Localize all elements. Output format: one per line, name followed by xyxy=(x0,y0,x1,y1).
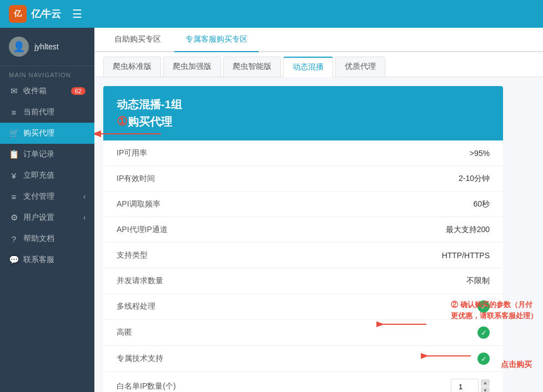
help-icon: ? xyxy=(9,234,19,244)
logo-text: 亿牛云 xyxy=(31,7,61,21)
spec-row-multithread: 多线程处理 ✓ xyxy=(103,294,503,320)
tab-self-service[interactable]: 自助购买专区 xyxy=(103,28,172,52)
content-area: 自助购买专区 专属客服购买专区 爬虫标准版 爬虫加强版 爬虫智能版 动态混播 优… xyxy=(94,28,543,392)
spec-label-tech-support: 专属技术支持 xyxy=(117,354,205,364)
secondary-tabs: 爬虫标准版 爬虫加强版 爬虫智能版 动态混播 优质代理 xyxy=(94,52,543,77)
orders-icon: 📋 xyxy=(9,149,19,159)
spec-value-anonymous: ✓ xyxy=(205,326,490,339)
spec-row-api-freq: API调取频率 60秒 xyxy=(103,192,503,217)
sidebar-item-help[interactable]: ? 帮助文档 xyxy=(0,228,94,249)
sidebar-item-orders[interactable]: 📋 订单记录 xyxy=(0,144,94,165)
annotation-click-buy: 点击购买 xyxy=(501,360,532,370)
sidebar-item-contact-label: 联系客服 xyxy=(23,255,54,265)
contact-icon: 💬 xyxy=(9,255,19,265)
spec-row-whitelist-ip: 白名单IP数量(个) ▲ ▼ xyxy=(103,372,503,392)
spec-label-protocol: 支持类型 xyxy=(117,250,205,260)
user-settings-icon: ⚙ xyxy=(9,213,19,223)
spec-label-multithread: 多线程处理 xyxy=(117,301,205,311)
spec-value-multithread: ✓ xyxy=(205,300,490,313)
annotation-step2: ② 确认购买的参数（月付更优惠，请联系客服处理） xyxy=(451,299,537,321)
product-title: 动态混播-1组 xyxy=(117,97,490,112)
spec-value-tech-support: ✓ xyxy=(205,353,490,365)
buy-proxy-icon: 🛒 xyxy=(9,128,19,138)
check-icon-tech-support: ✓ xyxy=(477,353,490,365)
spec-row-tech-support: 专属技术支持 ✓ xyxy=(103,346,503,372)
sidebar-item-orders-label: 订单记录 xyxy=(23,149,54,159)
sidebar-item-help-label: 帮助文档 xyxy=(23,234,54,244)
spec-row-ip-validity: IP有效时间 2-10分钟 xyxy=(103,166,503,192)
spec-row-protocol: 支持类型 HTTP/HTTPS xyxy=(103,243,503,268)
sidebar-item-buy-proxy-label: 购买代理 xyxy=(23,128,54,138)
nav-section-label: MAIN NAVIGATION xyxy=(0,66,94,81)
hamburger-icon[interactable]: ☰ xyxy=(72,7,82,21)
tab-crawler-smart[interactable]: 爬虫智能版 xyxy=(223,57,281,77)
tab-crawler-plus[interactable]: 爬虫加强版 xyxy=(163,57,221,77)
whitelist-ip-arrows: ▲ ▼ xyxy=(481,379,490,393)
top-header: 亿 亿牛云 ☰ xyxy=(0,0,543,28)
recharge-icon: ¥ xyxy=(9,171,19,180)
spec-row-api-channel: API代理IP通道 最大支持200 xyxy=(103,217,503,243)
payment-icon: ≡ xyxy=(9,192,19,202)
spec-value-api-channel: 最大支持200 xyxy=(205,225,490,235)
spec-value-ip-availability: >95% xyxy=(205,149,490,158)
spec-label-anonymous: 高匿 xyxy=(117,328,205,338)
sidebar-item-inbox[interactable]: ✉ 收件箱 62 xyxy=(0,81,94,102)
sidebar-item-recharge[interactable]: ¥ 立即充值 xyxy=(0,165,94,186)
sidebar-item-recharge-label: 立即充值 xyxy=(23,170,54,180)
user-section: 👤 jyhltest xyxy=(0,28,94,66)
spec-value-whitelist-ip: ▲ ▼ xyxy=(205,379,490,392)
sidebar-item-buy-proxy[interactable]: 🛒 购买代理 xyxy=(0,123,94,144)
current-proxy-icon: ≡ xyxy=(9,108,19,117)
whitelist-ip-up[interactable]: ▲ xyxy=(481,379,490,386)
sidebar: 👤 jyhltest MAIN NAVIGATION ✉ 收件箱 62 ≡ 当前… xyxy=(0,28,94,392)
spec-value-protocol: HTTP/HTTPS xyxy=(205,251,490,260)
spec-label-concurrency: 并发请求数量 xyxy=(117,276,205,286)
spec-label-api-freq: API调取频率 xyxy=(117,199,205,209)
whitelist-ip-input-group: ▲ ▼ xyxy=(451,379,490,392)
spec-value-ip-validity: 2-10分钟 xyxy=(205,174,490,184)
sidebar-item-payment-label: 支付管理 xyxy=(23,192,54,202)
tab-quality-proxy[interactable]: 优质代理 xyxy=(335,57,385,77)
product-subtitle: ①购买代理 xyxy=(117,114,490,129)
user-settings-chevron: ‹ xyxy=(83,214,86,222)
product-card: 动态混播-1组 ①购买代理 IP可用率 >95% IP有效时间 2-10分钟 xyxy=(103,86,503,392)
check-icon-anonymous: ✓ xyxy=(477,326,490,339)
username: jyhltest xyxy=(34,42,59,51)
spec-row-anonymous: 高匿 ✓ xyxy=(103,320,503,346)
tab-vip-service[interactable]: 专属客服购买专区 xyxy=(174,28,259,52)
main-layout: 👤 jyhltest MAIN NAVIGATION ✉ 收件箱 62 ≡ 当前… xyxy=(0,28,543,392)
sidebar-item-inbox-label: 收件箱 xyxy=(23,86,47,96)
spec-label-ip-validity: IP有效时间 xyxy=(117,174,205,184)
whitelist-ip-down[interactable]: ▼ xyxy=(481,387,490,393)
primary-tabs: 自助购买专区 专属客服购买专区 xyxy=(94,28,543,52)
spec-label-ip-availability: IP可用率 xyxy=(117,148,205,158)
spec-label-whitelist-ip: 白名单IP数量(个) xyxy=(117,381,205,391)
inbox-badge: 62 xyxy=(71,87,86,95)
sidebar-item-contact[interactable]: 💬 联系客服 xyxy=(0,249,94,270)
avatar: 👤 xyxy=(9,37,29,57)
spec-value-api-freq: 60秒 xyxy=(205,199,490,209)
sidebar-item-current-proxy-label: 当前代理 xyxy=(23,107,54,117)
sidebar-item-user-settings-label: 用户设置 xyxy=(23,213,54,223)
logo-icon: 亿 xyxy=(9,5,27,23)
spec-value-concurrency: 不限制 xyxy=(205,276,490,286)
whitelist-ip-input[interactable] xyxy=(451,379,479,392)
logo-area: 亿 亿牛云 xyxy=(9,5,61,23)
tab-dynamic-mix[interactable]: 动态混播 xyxy=(283,57,333,77)
inbox-icon: ✉ xyxy=(9,86,19,96)
scroll-content: 动态混播-1组 ①购买代理 IP可用率 >95% IP有效时间 2-10分钟 xyxy=(94,77,543,392)
sidebar-item-current-proxy[interactable]: ≡ 当前代理 xyxy=(0,102,94,123)
specs-table: IP可用率 >95% IP有效时间 2-10分钟 API调取频率 60秒 API… xyxy=(103,140,503,392)
sidebar-item-user-settings[interactable]: ⚙ 用户设置 ‹ xyxy=(0,207,94,228)
payment-chevron: ‹ xyxy=(83,193,86,200)
spec-row-concurrency: 并发请求数量 不限制 xyxy=(103,268,503,294)
spec-row-ip-availability: IP可用率 >95% xyxy=(103,140,503,166)
product-header: 动态混播-1组 ①购买代理 xyxy=(103,86,503,140)
sidebar-item-payment[interactable]: ≡ 支付管理 ‹ xyxy=(0,186,94,207)
tab-crawler-std[interactable]: 爬虫标准版 xyxy=(103,57,161,77)
spec-label-api-channel: API代理IP通道 xyxy=(117,225,205,235)
